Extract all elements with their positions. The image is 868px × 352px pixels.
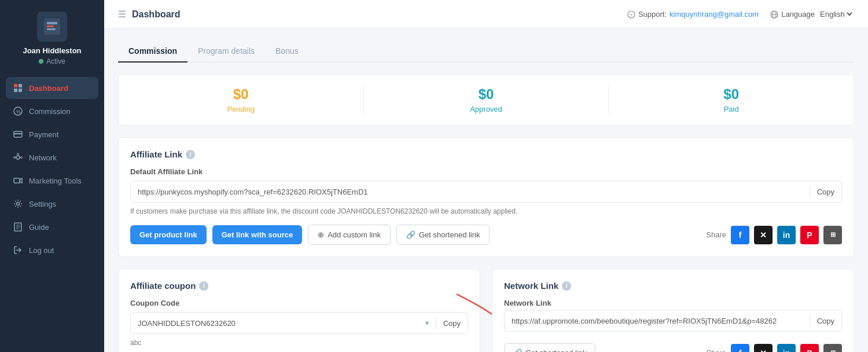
sidebar-item-network[interactable]: Network [6, 146, 98, 168]
network-share-pinterest-button[interactable]: P [800, 344, 819, 353]
sidebar-item-label: Marketing Tools [29, 177, 82, 185]
svg-rect-2 [47, 25, 54, 27]
svg-rect-5 [19, 84, 22, 87]
stats-row: $0 Pending $0 Approved $0 Paid [118, 74, 854, 126]
language-icon [770, 10, 778, 19]
payment-icon [13, 129, 23, 140]
coupon-input[interactable] [138, 319, 425, 328]
tab-program-details[interactable]: Program details [187, 41, 265, 63]
guide-icon [13, 222, 23, 232]
default-link-label: Default Affiliate Link [130, 167, 842, 176]
coupon-copy-button[interactable]: Copy [443, 319, 461, 328]
menu-toggle-icon[interactable]: ☰ [118, 9, 126, 20]
coupon-info-icon[interactable]: i [199, 281, 208, 291]
svg-point-20 [17, 203, 20, 206]
header-left: ☰ Dashboard [118, 9, 181, 20]
commission-icon: % [13, 106, 23, 116]
get-link-with-source-button[interactable]: Get link with source [212, 225, 303, 244]
share-x-button[interactable]: ✕ [754, 226, 773, 244]
sidebar: Joan Hiddleston Active Dashboard % [0, 0, 104, 352]
share-qr-button[interactable]: ⊞ [823, 226, 842, 244]
network-link-input-row: https://af.uppromote.com/beeboutique/reg… [504, 310, 842, 332]
sidebar-item-label: Log out [29, 246, 54, 255]
paid-label: Paid [620, 105, 842, 113]
network-share-section: Share f ✕ in P ⊞ [706, 344, 842, 353]
affiliate-link-info-icon[interactable]: i [186, 150, 195, 159]
add-custom-link-button[interactable]: ⊕ Add custom link [308, 225, 391, 245]
approved-label: Approved [376, 105, 597, 113]
share-pinterest-button[interactable]: P [800, 226, 819, 244]
network-link-info-icon[interactable]: i [562, 281, 571, 291]
network-link-card: Network Link i Network Link https://af.u… [492, 269, 854, 352]
sidebar-item-settings[interactable]: Settings [6, 193, 98, 215]
sidebar-item-label: Payment [29, 130, 58, 139]
get-product-link-button[interactable]: Get product link [130, 225, 207, 244]
stat-approved: $0 Approved [363, 86, 609, 113]
sidebar-item-commission[interactable]: % Commission [6, 100, 98, 122]
settings-icon [13, 199, 23, 209]
sidebar-item-label: Guide [29, 223, 49, 232]
network-get-shortened-button[interactable]: 🔗 Get shortened link [504, 343, 595, 352]
network-link-copy-button[interactable]: Copy [817, 317, 834, 325]
network-share-x-button[interactable]: ✕ [754, 344, 773, 353]
support-info: ? Support: kimquynhrang@gmail.com [627, 10, 759, 19]
divider [810, 315, 810, 327]
support-icon: ? [627, 10, 635, 19]
share-facebook-button[interactable]: f [731, 226, 749, 244]
plus-icon: ⊕ [318, 230, 324, 239]
link-icon: 🔗 [513, 349, 522, 352]
svg-rect-4 [14, 84, 17, 87]
sidebar-item-marketing-tools[interactable]: Marketing Tools [6, 170, 98, 192]
svg-rect-19 [14, 178, 20, 183]
chevron-down-icon[interactable]: ▾ [425, 319, 429, 327]
network-share-qr-button[interactable]: ⊞ [823, 344, 842, 353]
network-share-linkedin-button[interactable]: in [777, 344, 796, 353]
affiliate-link-hint: If customers make purchase via this affi… [130, 207, 842, 215]
paid-value: $0 [620, 86, 842, 102]
language-selector[interactable]: Language English [770, 9, 854, 19]
share-linkedin-button[interactable]: in [777, 226, 796, 244]
network-link-actions: 🔗 Get shortened link Share f ✕ in P ⊞ [504, 336, 842, 352]
avatar [37, 12, 67, 42]
svg-point-13 [14, 157, 16, 159]
coupon-abc-text: abc [130, 339, 468, 347]
svg-point-12 [16, 156, 20, 159]
bottom-row: Affiliate coupon i Coupon Code ▾ Copy ab… [118, 269, 854, 352]
svg-rect-1 [47, 22, 57, 24]
affiliate-link-card: Affiliate Link i Default Affiliate Link … [118, 137, 854, 257]
affiliate-coupon-title: Affiliate coupon i [130, 281, 468, 291]
sidebar-item-label: Commission [29, 107, 71, 116]
dashboard-icon [13, 83, 23, 93]
network-link-label: Network Link [504, 299, 842, 307]
main-area: ☰ Dashboard ? Support: kimquynhrang@gmai… [104, 0, 868, 352]
network-icon [13, 152, 23, 163]
network-link-title: Network Link i [504, 281, 842, 291]
sidebar-item-payment[interactable]: Payment [6, 123, 98, 145]
network-share-facebook-button[interactable]: f [731, 344, 749, 353]
divider [436, 317, 436, 329]
sidebar-username: Joan Hiddleston [23, 46, 81, 55]
sidebar-item-guide[interactable]: Guide [6, 216, 98, 238]
affiliate-link-actions: Get product link Get link with source ⊕ … [130, 225, 842, 245]
get-shortened-link-button[interactable]: 🔗 Get shortened link [396, 225, 490, 245]
sidebar-item-logout[interactable]: Log out [6, 239, 98, 261]
language-select[interactable]: English [818, 9, 854, 19]
tab-commission[interactable]: Commission [118, 41, 187, 63]
header-right: ? Support: kimquynhrang@gmail.com Langua… [627, 9, 854, 19]
svg-text:?: ? [630, 13, 632, 18]
affiliate-link-copy-button[interactable]: Copy [817, 188, 834, 196]
affiliate-link-input[interactable] [138, 188, 803, 196]
approved-value: $0 [376, 86, 597, 102]
header: ☰ Dashboard ? Support: kimquynhrang@gmai… [104, 0, 868, 29]
svg-rect-7 [19, 89, 22, 92]
sidebar-item-dashboard[interactable]: Dashboard [6, 77, 98, 99]
network-link-value: https://af.uppromote.com/beeboutique/reg… [512, 317, 803, 325]
sidebar-item-label: Settings [29, 200, 56, 208]
affiliate-coupon-card: Affiliate coupon i Coupon Code ▾ Copy ab… [118, 269, 480, 352]
stat-paid: $0 Paid [608, 86, 854, 113]
tab-bonus[interactable]: Bonus [265, 41, 309, 63]
sidebar-status: Active [39, 57, 65, 65]
divider [810, 186, 810, 197]
svg-rect-3 [47, 28, 56, 30]
sidebar-item-label: Network [29, 153, 57, 162]
